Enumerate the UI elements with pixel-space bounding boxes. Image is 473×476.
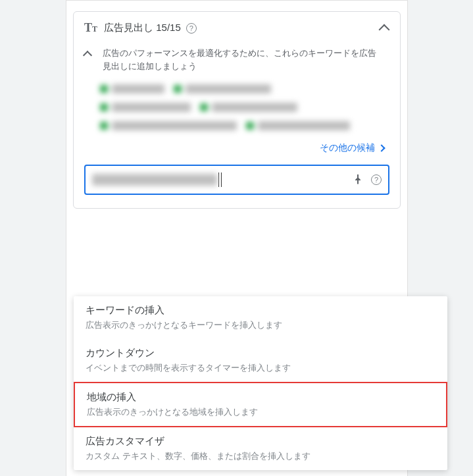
dropdown-item-title: 地域の挿入 — [87, 391, 434, 404]
help-icon[interactable]: ? — [371, 174, 382, 185]
chevron-up-icon[interactable] — [84, 49, 95, 60]
keyword-suggestions — [74, 79, 400, 142]
more-suggestions-link[interactable]: その他の候補 — [74, 142, 400, 165]
card-header[interactable]: TT 広告見出し 15/15 ? — [74, 12, 400, 44]
keyword-chip[interactable] — [200, 103, 297, 112]
card-title-text: 広告見出し — [104, 22, 153, 33]
dropdown-item-location-insertion[interactable]: 地域の挿入 広告表示のきっかけとなる地域を挿入します — [74, 382, 447, 427]
dropdown-item-countdown[interactable]: カウントダウン イベントまでの時間を表示するタイマーを挿入します — [74, 339, 447, 382]
dropdown-item-title: 広告カスタマイザ — [86, 435, 436, 448]
keyword-chip[interactable] — [100, 121, 237, 130]
headline-card: TT 広告見出し 15/15 ? 広告のパフォーマンスを最適化するために、これら… — [73, 11, 401, 209]
chevron-right-icon — [378, 144, 385, 151]
card-title-count: 15/15 — [156, 22, 181, 33]
keyword-chip[interactable] — [100, 84, 164, 93]
dropdown-item-title: カウントダウン — [86, 347, 436, 359]
keyword-chip[interactable] — [246, 121, 350, 130]
text-format-icon: TT — [84, 21, 97, 35]
dropdown-item-desc: 広告表示のきっかけとなるキーワードを挿入します — [86, 319, 436, 331]
dropdown-item-desc: カスタム テキスト、数字、価格、または割合を挿入します — [86, 450, 436, 462]
suggestion-header[interactable]: 広告のパフォーマンスを最適化するために、これらのキーワードを広告見出しに追加しま… — [74, 44, 400, 79]
chevron-up-icon[interactable] — [379, 23, 389, 34]
headline-input-value — [92, 174, 217, 186]
headline-input-row: ? — [74, 165, 400, 208]
keyword-chip[interactable] — [174, 84, 271, 93]
dropdown-item-ad-customizer[interactable]: 広告カスタマイザ カスタム テキスト、数字、価格、または割合を挿入します — [74, 427, 447, 470]
insert-dropdown: キーワードの挿入 広告表示のきっかけとなるキーワードを挿入します カウントダウン… — [74, 296, 447, 470]
dropdown-item-title: キーワードの挿入 — [86, 304, 436, 317]
dropdown-item-desc: イベントまでの時間を表示するタイマーを挿入します — [86, 362, 436, 374]
keyword-chip[interactable] — [100, 103, 191, 112]
help-icon[interactable]: ? — [186, 23, 197, 34]
more-link-label: その他の候補 — [320, 142, 375, 154]
text-cursor — [218, 172, 222, 187]
dropdown-item-desc: 広告表示のきっかけとなる地域を挿入します — [87, 406, 434, 418]
card-title: 広告見出し 15/15 — [104, 22, 181, 34]
headline-input[interactable]: ? — [84, 165, 389, 195]
pin-icon[interactable] — [354, 174, 362, 186]
dropdown-item-keyword-insertion[interactable]: キーワードの挿入 広告表示のきっかけとなるキーワードを挿入します — [74, 296, 447, 339]
suggestion-text: 広告のパフォーマンスを最適化するために、これらのキーワードを広告見出しに追加しま… — [103, 47, 384, 72]
